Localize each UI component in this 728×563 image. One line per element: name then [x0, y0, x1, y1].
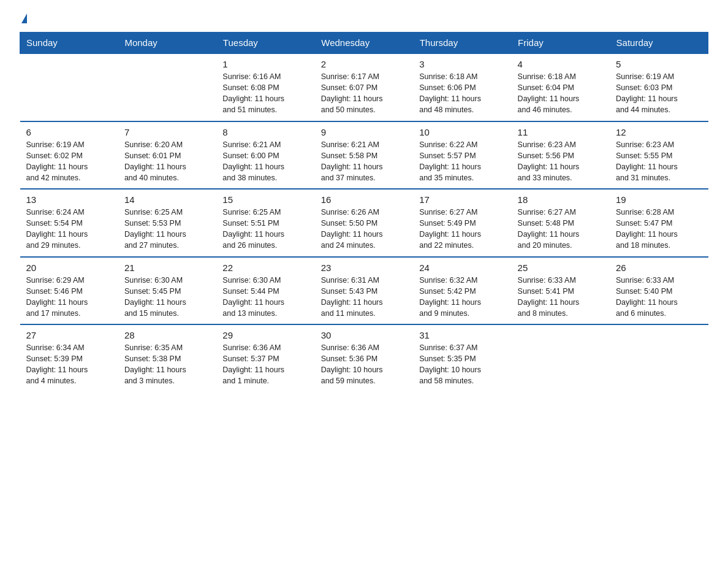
day-info: Sunrise: 6:27 AMSunset: 5:49 PMDaylight:… — [419, 207, 505, 251]
day-number: 5 — [616, 59, 702, 69]
weekday-header-tuesday: Tuesday — [216, 33, 314, 54]
day-number: 29 — [222, 330, 308, 340]
day-number: 21 — [124, 262, 210, 273]
day-number: 20 — [26, 262, 112, 273]
day-info: Sunrise: 6:25 AMSunset: 5:53 PMDaylight:… — [124, 207, 210, 251]
day-number: 22 — [222, 262, 308, 273]
calendar-cell: 14Sunrise: 6:25 AMSunset: 5:53 PMDayligh… — [118, 189, 216, 257]
day-number: 23 — [321, 262, 407, 273]
weekday-header-saturday: Saturday — [610, 33, 708, 54]
calendar-cell: 15Sunrise: 6:25 AMSunset: 5:51 PMDayligh… — [216, 189, 314, 257]
day-info: Sunrise: 6:23 AMSunset: 5:55 PMDaylight:… — [616, 139, 702, 184]
day-number: 28 — [124, 330, 210, 340]
calendar-cell: 21Sunrise: 6:30 AMSunset: 5:45 PMDayligh… — [118, 257, 216, 325]
day-info: Sunrise: 6:36 AMSunset: 5:36 PMDaylight:… — [321, 342, 407, 387]
day-number: 2 — [321, 59, 407, 69]
calendar-cell — [610, 324, 708, 392]
day-info: Sunrise: 6:27 AMSunset: 5:48 PMDaylight:… — [518, 207, 604, 251]
day-info: Sunrise: 6:17 AMSunset: 6:07 PMDaylight:… — [321, 71, 407, 116]
calendar-cell: 2Sunrise: 6:17 AMSunset: 6:07 PMDaylight… — [315, 53, 413, 121]
day-info: Sunrise: 6:21 AMSunset: 6:00 PMDaylight:… — [222, 139, 308, 184]
weekday-header-monday: Monday — [118, 33, 216, 54]
calendar-cell — [20, 53, 118, 121]
day-number: 14 — [124, 194, 210, 205]
day-info: Sunrise: 6:18 AMSunset: 6:06 PMDaylight:… — [419, 71, 505, 116]
calendar-cell: 4Sunrise: 6:18 AMSunset: 6:04 PMDaylight… — [512, 53, 610, 121]
day-number: 26 — [616, 262, 702, 273]
day-number: 27 — [26, 330, 112, 340]
calendar-cell: 27Sunrise: 6:34 AMSunset: 5:39 PMDayligh… — [20, 324, 118, 392]
calendar-cell: 1Sunrise: 6:16 AMSunset: 6:08 PMDaylight… — [216, 53, 314, 121]
calendar-cell: 29Sunrise: 6:36 AMSunset: 5:37 PMDayligh… — [216, 324, 314, 392]
day-info: Sunrise: 6:36 AMSunset: 5:37 PMDaylight:… — [222, 342, 308, 387]
calendar-cell: 23Sunrise: 6:31 AMSunset: 5:43 PMDayligh… — [315, 257, 413, 325]
calendar-week-2: 6Sunrise: 6:19 AMSunset: 6:02 PMDaylight… — [20, 121, 708, 190]
day-info: Sunrise: 6:22 AMSunset: 5:57 PMDaylight:… — [419, 139, 505, 184]
day-number: 30 — [321, 330, 407, 340]
day-number: 6 — [26, 127, 112, 137]
weekday-header-thursday: Thursday — [413, 33, 511, 54]
day-info: Sunrise: 6:19 AMSunset: 6:02 PMDaylight:… — [26, 139, 112, 184]
calendar-cell: 5Sunrise: 6:19 AMSunset: 6:03 PMDaylight… — [610, 53, 708, 121]
calendar-cell: 7Sunrise: 6:20 AMSunset: 6:01 PMDaylight… — [118, 121, 216, 190]
day-info: Sunrise: 6:24 AMSunset: 5:54 PMDaylight:… — [26, 207, 112, 251]
calendar-cell: 25Sunrise: 6:33 AMSunset: 5:41 PMDayligh… — [512, 257, 610, 325]
logo-triangle-icon — [21, 13, 27, 23]
day-number: 17 — [419, 194, 505, 205]
page-header — [20, 15, 708, 25]
day-info: Sunrise: 6:19 AMSunset: 6:03 PMDaylight:… — [616, 71, 702, 116]
day-number: 13 — [26, 194, 112, 205]
day-number: 18 — [518, 194, 604, 205]
day-info: Sunrise: 6:30 AMSunset: 5:45 PMDaylight:… — [124, 275, 210, 320]
day-number: 24 — [419, 262, 505, 273]
calendar-cell: 31Sunrise: 6:37 AMSunset: 5:35 PMDayligh… — [413, 324, 511, 392]
calendar-cell: 19Sunrise: 6:28 AMSunset: 5:47 PMDayligh… — [610, 189, 708, 257]
calendar-cell: 11Sunrise: 6:23 AMSunset: 5:56 PMDayligh… — [512, 121, 610, 190]
calendar-cell: 13Sunrise: 6:24 AMSunset: 5:54 PMDayligh… — [20, 189, 118, 257]
day-info: Sunrise: 6:33 AMSunset: 5:40 PMDaylight:… — [616, 275, 702, 320]
day-number: 19 — [616, 194, 702, 205]
weekday-header-wednesday: Wednesday — [315, 33, 413, 54]
day-info: Sunrise: 6:18 AMSunset: 6:04 PMDaylight:… — [518, 71, 604, 116]
calendar-cell — [118, 53, 216, 121]
day-info: Sunrise: 6:26 AMSunset: 5:50 PMDaylight:… — [321, 207, 407, 251]
calendar-cell: 22Sunrise: 6:30 AMSunset: 5:44 PMDayligh… — [216, 257, 314, 325]
day-info: Sunrise: 6:37 AMSunset: 5:35 PMDaylight:… — [419, 342, 505, 387]
day-number: 11 — [518, 127, 604, 137]
day-info: Sunrise: 6:25 AMSunset: 5:51 PMDaylight:… — [222, 207, 308, 251]
calendar-cell: 26Sunrise: 6:33 AMSunset: 5:40 PMDayligh… — [610, 257, 708, 325]
calendar-week-4: 20Sunrise: 6:29 AMSunset: 5:46 PMDayligh… — [20, 257, 708, 325]
day-info: Sunrise: 6:31 AMSunset: 5:43 PMDaylight:… — [321, 275, 407, 320]
day-info: Sunrise: 6:20 AMSunset: 6:01 PMDaylight:… — [124, 139, 210, 184]
calendar-cell: 30Sunrise: 6:36 AMSunset: 5:36 PMDayligh… — [315, 324, 413, 392]
day-info: Sunrise: 6:23 AMSunset: 5:56 PMDaylight:… — [518, 139, 604, 184]
calendar-cell: 28Sunrise: 6:35 AMSunset: 5:38 PMDayligh… — [118, 324, 216, 392]
day-number: 7 — [124, 127, 210, 137]
day-number: 4 — [518, 59, 604, 69]
calendar-cell: 18Sunrise: 6:27 AMSunset: 5:48 PMDayligh… — [512, 189, 610, 257]
logo — [20, 15, 27, 25]
day-info: Sunrise: 6:35 AMSunset: 5:38 PMDaylight:… — [124, 342, 210, 387]
calendar-cell: 20Sunrise: 6:29 AMSunset: 5:46 PMDayligh… — [20, 257, 118, 325]
weekday-header-friday: Friday — [512, 33, 610, 54]
day-number: 9 — [321, 127, 407, 137]
calendar-cell: 6Sunrise: 6:19 AMSunset: 6:02 PMDaylight… — [20, 121, 118, 190]
calendar-cell: 24Sunrise: 6:32 AMSunset: 5:42 PMDayligh… — [413, 257, 511, 325]
day-number: 8 — [222, 127, 308, 137]
day-info: Sunrise: 6:28 AMSunset: 5:47 PMDaylight:… — [616, 207, 702, 251]
day-info: Sunrise: 6:30 AMSunset: 5:44 PMDaylight:… — [222, 275, 308, 320]
calendar-cell: 3Sunrise: 6:18 AMSunset: 6:06 PMDaylight… — [413, 53, 511, 121]
calendar-header: SundayMondayTuesdayWednesdayThursdayFrid… — [20, 33, 708, 54]
weekday-header-row: SundayMondayTuesdayWednesdayThursdayFrid… — [20, 33, 708, 54]
day-info: Sunrise: 6:21 AMSunset: 5:58 PMDaylight:… — [321, 139, 407, 184]
day-info: Sunrise: 6:32 AMSunset: 5:42 PMDaylight:… — [419, 275, 505, 320]
day-number: 31 — [419, 330, 505, 340]
day-info: Sunrise: 6:29 AMSunset: 5:46 PMDaylight:… — [26, 275, 112, 320]
day-number: 25 — [518, 262, 604, 273]
day-number: 1 — [222, 59, 308, 69]
calendar-table: SundayMondayTuesdayWednesdayThursdayFrid… — [20, 32, 708, 392]
calendar-cell: 12Sunrise: 6:23 AMSunset: 5:55 PMDayligh… — [610, 121, 708, 190]
calendar-cell: 9Sunrise: 6:21 AMSunset: 5:58 PMDaylight… — [315, 121, 413, 190]
day-info: Sunrise: 6:34 AMSunset: 5:39 PMDaylight:… — [26, 342, 112, 387]
calendar-cell — [512, 324, 610, 392]
